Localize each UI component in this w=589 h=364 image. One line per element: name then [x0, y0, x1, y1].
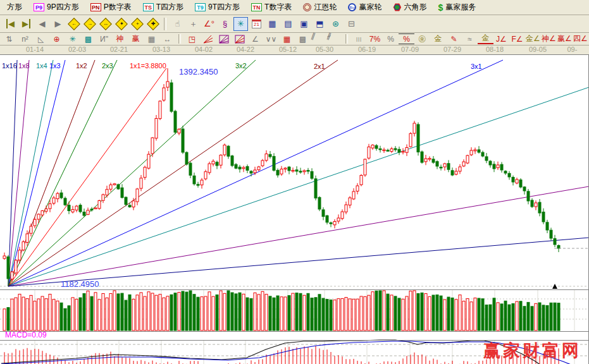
width-measure-tool[interactable]: ↔	[159, 33, 175, 44]
nav-next-button[interactable]: ▶	[51, 17, 65, 31]
shen-grid-tool[interactable]: 神	[112, 33, 128, 44]
ying-angle-tool[interactable]: 赢∠	[557, 33, 573, 44]
diamond-star-button-glyph: ✦	[115, 18, 128, 30]
gann-line-label-1x8: 1x8	[18, 62, 30, 70]
menu-t-square[interactable]: TST四方形	[137, 1, 189, 15]
diamond-right-button[interactable]: →	[82, 17, 97, 31]
menu-9t-square-label: 9T四方形	[208, 2, 240, 13]
gann-fan	[8, 60, 589, 286]
angle-ruler-tool[interactable]: ◺	[33, 33, 49, 44]
slant-lines-tool[interactable]: ∥	[309, 31, 328, 47]
hand-tool-button[interactable]: ☝	[170, 17, 185, 31]
drawing-toolbar: ⇅n²◺⊕✳▩И"神赢▦↔◳∠∨∨▦▩∥∦|||7%%%㊎金✎≈金J∠F∠金∠神…	[0, 33, 589, 46]
menu-p-number-table-icon: PN	[90, 3, 101, 11]
menu-t-square-icon: TS	[143, 3, 154, 11]
ribbon-tool-button[interactable]: §	[218, 17, 232, 31]
grid-123-tool[interactable]: ▦	[144, 33, 159, 44]
gold-angle-tool[interactable]: 金∠	[525, 33, 541, 44]
gann-line-label-2x1: 2x1	[314, 63, 325, 70]
gold-underline-tool[interactable]: 金	[478, 33, 493, 44]
fan-box-tool[interactable]	[216, 33, 232, 44]
percent-lines-tool[interactable]: %	[399, 33, 414, 44]
date-tick-label: 04-22	[237, 46, 254, 53]
diamond-cross2-button[interactable]: ✚	[146, 17, 160, 31]
percent-tool[interactable]: %	[383, 33, 399, 44]
menu-square-partial[interactable]: 方形	[1, 1, 28, 15]
gann-line-label-1x2: 1x2	[76, 62, 87, 70]
date-tick-label: 04-02	[195, 46, 213, 53]
web-button[interactable]: ⊛	[328, 17, 343, 31]
menu-gann-wheel-label: 江恩轮	[314, 2, 337, 13]
monitor-save-button[interactable]: ⬒	[313, 17, 327, 31]
price-scale-tool[interactable]: ⇅	[1, 33, 17, 44]
date-tick-label: 08-18	[486, 46, 504, 53]
notes-button[interactable]: ▤	[281, 17, 295, 31]
main-toolbar: ◀▶◀▶←→↔✦+✚☝＋∠°§✳21▦▤▣⬒⊛⊟	[0, 15, 589, 33]
angle-lines-tool[interactable]: ∠	[247, 33, 263, 44]
ying-tool[interactable]: 赢	[128, 33, 144, 44]
pattern-tool-button[interactable]: ✳	[233, 17, 248, 31]
gold-lines-tool[interactable]: 金	[430, 33, 446, 44]
j-angle-tool[interactable]: J∠	[493, 33, 509, 44]
bar-pattern-tool[interactable]: |||	[351, 33, 367, 44]
menu-t-number-table[interactable]: TNT数字表	[245, 1, 297, 15]
menu-winner-wheel[interactable]: Big赢家轮	[342, 1, 387, 15]
menu-winner-service[interactable]: $赢家服务	[432, 1, 481, 15]
fan-box2-tool[interactable]	[232, 33, 247, 44]
calendar-icon: 21	[252, 20, 261, 28]
diamond-left-button[interactable]: ←	[66, 17, 81, 31]
gann-line-label-1x16: 1x16	[2, 62, 17, 70]
wave-mark-tool[interactable]: И"	[96, 33, 112, 44]
nav-last-button[interactable]: ▶	[19, 17, 34, 31]
crosshair-tool-button[interactable]: ＋	[186, 17, 201, 31]
menu-9t-square-icon: T9	[195, 3, 206, 11]
print-button[interactable]: ⊟	[344, 17, 359, 31]
dense-grid-tool[interactable]: ▦	[279, 33, 295, 44]
gann-line-label-1x3: 1x3	[49, 62, 61, 70]
n-squared-tool[interactable]: n²	[17, 33, 33, 44]
menu-gann-wheel[interactable]: 江恩轮	[297, 1, 342, 15]
nav-first-button[interactable]: ◀	[3, 17, 18, 31]
slant-lines2-tool[interactable]: ∦	[325, 31, 344, 47]
save-button[interactable]: ▣	[297, 17, 311, 31]
radial-web-tool[interactable]: ✳	[65, 33, 80, 44]
diamond-star-button[interactable]: ✦	[114, 17, 128, 31]
wave-band-tool[interactable]: ≈	[462, 33, 478, 44]
diamond-cross-button-glyph: +	[131, 18, 144, 30]
chart-canvas[interactable]	[0, 54, 589, 364]
menu-winner-service-label: 赢家服务	[445, 2, 476, 13]
grid-box-tool[interactable]: ▩	[295, 33, 311, 44]
circle-cross-tool[interactable]: ⊕	[49, 33, 65, 44]
f-angle-tool[interactable]: F∠	[509, 33, 525, 44]
gann-line-label-3x2: 3x2	[235, 62, 247, 70]
date-tick-label: 07-29	[443, 46, 461, 53]
diamond-leftright-button[interactable]: ↔	[98, 17, 113, 31]
menu-p-number-table[interactable]: PNP数字表	[85, 1, 137, 15]
menu-9p-square-icon: P9	[34, 3, 44, 11]
menu-9p-square[interactable]: P99P四方形	[28, 1, 85, 15]
date-tick-label: 07-09	[401, 46, 419, 53]
square-web-tool[interactable]: ▩	[80, 33, 96, 44]
vee-lines-tool[interactable]: ∨∨	[263, 33, 279, 44]
fan-tool[interactable]	[200, 33, 216, 44]
macd-value-label: MACD=0.09	[5, 331, 47, 339]
nav-prev-button[interactable]: ◀	[35, 17, 49, 31]
seven-percent-tool[interactable]: 7%	[367, 33, 383, 44]
menu-9t-square[interactable]: T99T四方形	[189, 1, 245, 15]
origin-price-label: 1182.4950	[61, 279, 99, 289]
calculator-button[interactable]: ▦	[265, 17, 280, 31]
menu-hexagon[interactable]: 六角形	[387, 1, 432, 15]
gann-line-label-1x4: 1x4	[36, 62, 47, 70]
gold-circle-tool[interactable]: ㊎	[414, 33, 430, 44]
menu-winner-service-icon: $	[438, 3, 443, 13]
box-corner-tool[interactable]: ◳	[184, 33, 200, 44]
si-angle-tool[interactable]: 四∠	[573, 33, 588, 44]
calendar-button[interactable]: 21	[249, 17, 264, 31]
shen-angle-tool[interactable]: 神∠	[541, 33, 557, 44]
gann-line-label-1x1: 1x1=3.8800	[130, 62, 166, 70]
pen-flag-tool[interactable]: ✎	[446, 33, 462, 44]
diamond-cross-button[interactable]: +	[130, 17, 144, 31]
chart-area[interactable]: 1392.3450 1182.4950 MACD=0.09 赢家财富网 1x16…	[0, 54, 589, 364]
menu-t-square-label: T四方形	[156, 2, 183, 13]
angle-measure-button[interactable]: ∠°	[202, 17, 216, 31]
